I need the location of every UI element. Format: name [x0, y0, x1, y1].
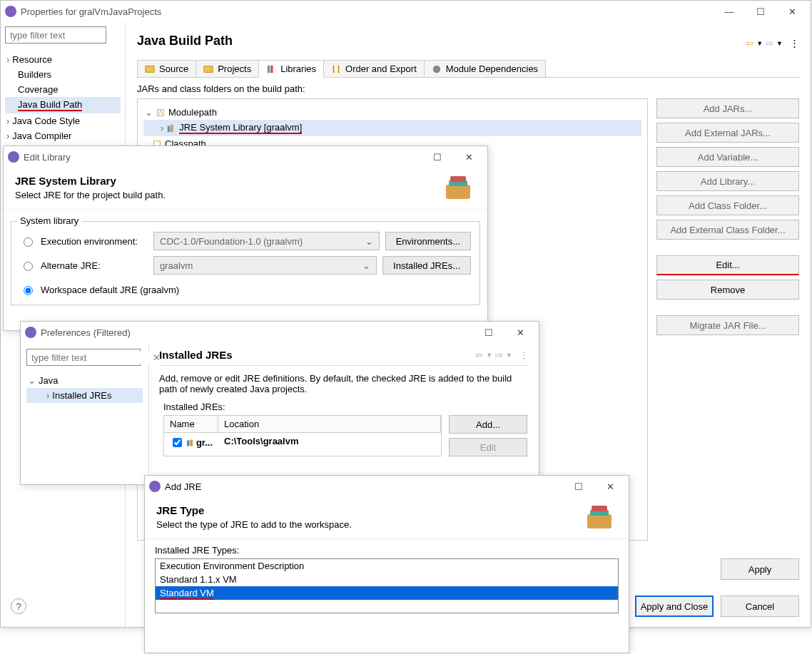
filter-input[interactable]	[5, 26, 106, 44]
svg-point-4	[433, 65, 441, 73]
tab-order-export[interactable]: Order and Export	[323, 60, 425, 77]
maximize-icon[interactable]: ☐	[423, 148, 452, 166]
tab-source[interactable]: Source	[137, 60, 196, 77]
jre-type-subtitle: Select the type of JRE to add to the wor…	[156, 519, 583, 530]
jre-icon	[186, 439, 194, 447]
menu-icon[interactable]: ⋮	[790, 38, 799, 48]
library-books-icon	[442, 175, 476, 202]
close-icon[interactable]: ✕	[778, 2, 806, 21]
system-library-group: System library Execution environment: CD…	[11, 221, 480, 305]
exec-env-label: Execution environment:	[41, 236, 148, 247]
add-external-class-folder-button[interactable]: Add External Class Folder...	[656, 220, 799, 240]
svg-rect-5	[168, 126, 171, 132]
jre-location: C:\Tools\graalvm	[218, 433, 441, 452]
preferences-dialog: Preferences (Filtered) ☐ ✕ ✕ ⌄Java ›Inst…	[20, 321, 539, 485]
eclipse-icon	[25, 327, 36, 338]
apply-and-close-button[interactable]: Apply and Close	[635, 596, 714, 617]
close-icon[interactable]: ✕	[596, 477, 624, 496]
table-row[interactable]: gr... C:\Tools\graalvm	[164, 433, 441, 452]
properties-titlebar: Properties for gralVmJavaProjects — ☐ ✕	[1, 1, 811, 22]
maximize-icon[interactable]: ☐	[746, 2, 775, 21]
svg-rect-9	[450, 176, 466, 182]
prefs-tree-installed-jres[interactable]: ›Installed JREs	[26, 388, 143, 403]
maximize-icon[interactable]: ☐	[564, 477, 593, 496]
preferences-title: Preferences (Filtered)	[41, 327, 474, 338]
jre-type-heading: JRE Type	[156, 504, 583, 516]
dropdown-icon[interactable]: ▼	[756, 40, 763, 47]
chevron-down-icon: ⌄	[365, 236, 373, 247]
col-name[interactable]: Name	[164, 416, 218, 432]
menu-icon[interactable]: ⋮	[519, 349, 529, 360]
add-jre-title: Add JRE	[165, 481, 564, 492]
svg-rect-10	[187, 440, 190, 446]
migrate-jar-button[interactable]: Migrate JAR File...	[656, 315, 799, 335]
edit-button[interactable]: Edit...	[656, 255, 799, 275]
prefs-tree-java[interactable]: ⌄Java	[26, 373, 143, 388]
installed-jres-desc: Add, remove or edit JRE definitions. By …	[159, 373, 529, 394]
alternate-jre-combo[interactable]: graalvm⌄	[153, 256, 377, 275]
list-item[interactable]: Standard 1.1.x VM	[156, 573, 618, 586]
edit-library-title: Edit Library	[24, 152, 423, 163]
add-variable-button[interactable]: Add Variable...	[656, 147, 799, 167]
jre-checkbox[interactable]	[173, 438, 182, 447]
exec-env-radio[interactable]	[24, 237, 33, 247]
close-icon[interactable]: ✕	[506, 323, 534, 342]
add-library-button[interactable]: Add Library...	[656, 171, 799, 191]
prefs-edit-button[interactable]: Edit	[449, 438, 527, 456]
svg-rect-14	[592, 506, 607, 511]
forward-icon[interactable]: ⇨	[495, 349, 503, 360]
library-books-icon	[583, 504, 617, 531]
add-class-folder-button[interactable]: Add Class Folder...	[656, 195, 799, 215]
remove-button[interactable]: Remove	[656, 280, 799, 300]
tree-jre-system-library[interactable]: ›JRE System Library [graalvm]	[143, 120, 641, 136]
prefs-filter-input[interactable]	[30, 352, 153, 364]
workspace-default-label: Workspace default JRE (graalvm)	[41, 285, 179, 295]
list-item-standard-vm[interactable]: Standard VM	[156, 586, 618, 600]
sidebar-item-java-code-style[interactable]: ›Java Code Style	[5, 113, 121, 128]
tab-module-deps[interactable]: Module Dependencies	[424, 60, 546, 77]
svg-rect-6	[171, 124, 173, 132]
sidebar-item-builders[interactable]: Builders	[5, 67, 121, 82]
sidebar-item-java-compiler[interactable]: ›Java Compiler	[5, 128, 121, 143]
installed-jres-button[interactable]: Installed JREs...	[382, 256, 471, 275]
sidebar-item-coverage[interactable]: Coverage	[5, 82, 121, 97]
installed-jres-table[interactable]: Name Location gr... C:\Tools\graalvm	[163, 415, 442, 456]
back-icon[interactable]: ⇦	[475, 349, 483, 360]
back-icon[interactable]: ⇦	[746, 38, 753, 48]
installed-jres-table-label: Installed JREs:	[163, 402, 529, 412]
apply-button[interactable]: Apply	[721, 558, 799, 580]
col-location[interactable]: Location	[218, 416, 441, 432]
forward-icon[interactable]: ⇨	[766, 38, 773, 48]
svg-rect-12	[587, 514, 611, 528]
help-icon[interactable]: ?	[11, 598, 26, 614]
system-library-group-label: System library	[17, 215, 81, 226]
add-jars-button[interactable]: Add JARs...	[656, 98, 799, 118]
jars-description: JARs and class folders on the build path…	[137, 83, 799, 94]
jre-types-listbox[interactable]: Execution Environment Description Standa…	[155, 558, 619, 613]
svg-rect-11	[190, 439, 193, 446]
maximize-icon[interactable]: ☐	[474, 323, 503, 342]
toolbar-nav: ⇦ ▼ ⇨ ▼ ⋮	[746, 38, 799, 48]
alternate-jre-radio[interactable]	[24, 262, 33, 271]
tab-libraries[interactable]: Libraries	[258, 60, 324, 78]
minimize-icon[interactable]: —	[715, 2, 744, 21]
svg-rect-7	[446, 185, 470, 199]
exec-env-combo[interactable]: CDC-1.0/Foundation-1.0 (graalvm)⌄	[153, 232, 380, 250]
svg-rect-3	[270, 65, 273, 73]
eclipse-icon	[149, 481, 161, 492]
sidebar-item-resource[interactable]: ›Resource	[5, 52, 121, 67]
jre-system-library-subtitle: Select JRE for the project build path.	[15, 190, 442, 200]
list-item[interactable]: Execution Environment Description	[156, 559, 618, 573]
tree-modulepath[interactable]: ⌄Modulepath	[143, 105, 641, 120]
cancel-button[interactable]: Cancel	[721, 596, 799, 617]
sidebar-item-java-build-path[interactable]: Java Build Path	[5, 97, 121, 113]
environments-button[interactable]: Environments...	[385, 232, 471, 250]
build-path-tabs: Source Projects Libraries Order and Expo…	[137, 60, 799, 78]
prefs-add-button[interactable]: Add...	[449, 415, 527, 434]
tab-projects[interactable]: Projects	[196, 60, 259, 77]
dropdown-icon[interactable]: ▼	[776, 40, 783, 47]
add-external-jars-button[interactable]: Add External JARs...	[656, 123, 799, 143]
close-icon[interactable]: ✕	[455, 148, 483, 166]
workspace-default-radio[interactable]	[24, 286, 33, 295]
chevron-down-icon: ⌄	[362, 260, 370, 271]
